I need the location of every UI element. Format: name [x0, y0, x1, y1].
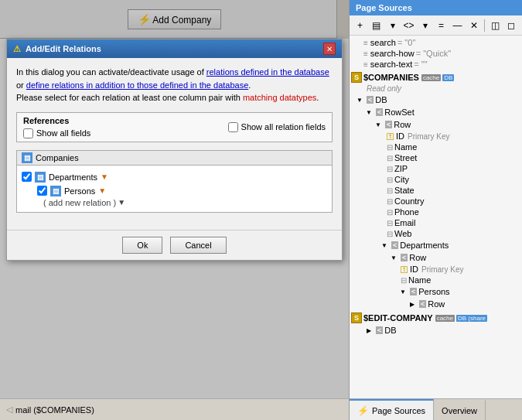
rowset-bracket-icon: < — [376, 108, 383, 116]
tree-item-zip[interactable]: ⊟ ZIP — [350, 163, 522, 174]
persons-funnel-icon: ▼ — [98, 186, 106, 195]
toolbar-separator — [484, 19, 485, 32]
tree-item-edit-company[interactable]: S $EDIT-COMPANY cache DB (share — [350, 312, 522, 324]
tree-item-persons-row[interactable]: < Row — [350, 298, 522, 310]
table-toolbar-btn[interactable]: ▤ — [369, 18, 384, 33]
depts-expander[interactable] — [379, 240, 390, 251]
depts-row-bracket: < — [401, 254, 408, 261]
edit-company-label: $EDIT-COMPANY — [363, 313, 433, 323]
tree-item-state[interactable]: ⊟ State — [350, 185, 522, 196]
tab-page-sources[interactable]: ⚡ Page Sources — [350, 399, 434, 420]
row-expander[interactable] — [373, 119, 384, 130]
ok-button[interactable]: Ok — [122, 237, 162, 254]
layout-toolbar-btn[interactable]: ◻ — [504, 18, 519, 33]
dropdown-toolbar-btn[interactable]: ▾ — [385, 18, 400, 33]
tree-item-depts-id[interactable]: ⚿ ID Primary Key — [350, 264, 522, 275]
search-value: = "0" — [397, 38, 415, 47]
right-panel-title: Page Sources — [356, 3, 412, 12]
tree-item-departments-node[interactable]: < Departments — [350, 239, 522, 251]
dialog-close-button[interactable]: ✕ — [323, 43, 336, 55]
departments-checkbox[interactable] — [22, 172, 32, 182]
persons-expander[interactable] — [397, 286, 408, 297]
tab-overview[interactable]: Overview — [434, 399, 486, 420]
tree-item-street[interactable]: ⊟ Street — [350, 152, 522, 163]
cancel-button[interactable]: Cancel — [170, 237, 226, 254]
tree-item-rowset[interactable]: < RowSet — [350, 106, 522, 118]
show-all-relation-fields-row: Show all relation fields — [228, 122, 326, 132]
cache-badge: cache — [421, 74, 441, 81]
tree-item-search-text[interactable]: ≡ search-text = "" — [350, 59, 522, 70]
country-field-label: Country — [394, 196, 425, 206]
search-how-value: = "Quick" — [416, 49, 451, 58]
tree-item-phone[interactable]: ⊟ Phone — [350, 207, 522, 217]
show-all-relation-fields-checkbox[interactable] — [228, 122, 238, 132]
id-field-label: ID — [396, 131, 404, 141]
state-field-label: State — [394, 186, 415, 195]
dropdown2-toolbar-btn[interactable]: ▾ — [418, 18, 432, 33]
tree-item-depts-name[interactable]: ⊟ Name — [350, 275, 522, 285]
add-toolbar-btn[interactable]: + — [353, 18, 367, 33]
tree-item-persons-node[interactable]: < Persons — [350, 285, 522, 298]
show-all-fields-checkbox[interactable] — [23, 128, 33, 138]
companies-body: ▤ Departments ▼ ▤ Persons ▼ ( add new re… — [17, 166, 332, 212]
delete-toolbar-btn[interactable]: ✕ — [466, 18, 481, 33]
dialog-description: In this dialog you can activate/deactiva… — [16, 66, 333, 104]
tree-item-name[interactable]: ⊟ Name — [350, 142, 522, 152]
equals-toolbar-btn[interactable]: = — [434, 18, 449, 33]
frame-toolbar-btn[interactable]: ◫ — [488, 18, 503, 33]
rowset-expander[interactable] — [363, 107, 374, 118]
equals-icon3: ≡ — [363, 60, 368, 69]
tree-item-country[interactable]: ⊟ Country — [350, 196, 522, 207]
row-label: Row — [394, 120, 411, 129]
field-icon-zip: ⊟ — [387, 165, 393, 173]
db-expander[interactable] — [354, 94, 365, 105]
dialog-title-text: Add/Edit Relations — [26, 44, 101, 53]
tree-item-row[interactable]: < Row — [350, 118, 522, 131]
status-icon: ◁ — [6, 405, 12, 415]
page-sources-tab-label: Page Sources — [372, 406, 425, 415]
name-field-label: Name — [394, 142, 417, 152]
tree-item-db[interactable]: < DB — [350, 94, 522, 106]
persons-row-expander[interactable] — [407, 299, 418, 309]
tree-item-depts-row[interactable]: < Row — [350, 251, 522, 264]
departments-funnel-icon: ▼ — [101, 172, 108, 181]
companies-source-icon: S — [351, 72, 362, 83]
tree-item-email[interactable]: ⊟ Email — [350, 217, 522, 228]
code-toolbar-btn[interactable]: <> — [401, 18, 416, 33]
angle-bracket-icon: < — [367, 96, 374, 104]
persons-row-bracket: < — [419, 300, 426, 308]
persons-checkbox[interactable] — [37, 186, 47, 196]
right-panel-bottom-tabs: ⚡ Page Sources Overview — [350, 398, 522, 420]
tree-item-search[interactable]: ≡ search = "0" — [350, 37, 522, 48]
search-how-label: search-how — [370, 49, 415, 58]
companies-header: ▤ Companies — [17, 151, 332, 166]
dialog-body: In this dialog you can activate/deactiva… — [7, 58, 342, 230]
tree-item-id[interactable]: ⚿ ID Primary Key — [350, 131, 522, 142]
tree-item-web[interactable]: ⊟ Web — [350, 228, 522, 239]
depts-key-icon: ⚿ — [401, 265, 408, 274]
tree-item-companies-root[interactable]: S $COMPANIES cache DB — [350, 71, 522, 84]
field-icon-city: ⊟ — [387, 176, 393, 184]
desc-line1: In this dialog you can activate/deactiva… — [16, 67, 329, 77]
companies-table-icon: ▤ — [22, 152, 32, 163]
desc-line3: Please select for each relation at least… — [16, 93, 319, 102]
persons-bracket: < — [410, 288, 417, 295]
persons-relation-item: ▤ Persons ▼ — [37, 184, 327, 198]
search-text-label: search-text — [370, 60, 412, 69]
tree-item-edit-db[interactable]: < DB — [350, 324, 522, 336]
email-field-label: Email — [394, 218, 416, 227]
edit-db-expander[interactable] — [363, 325, 374, 336]
depts-bracket-icon: < — [391, 241, 398, 249]
tree-item-search-how[interactable]: ≡ search-how = "Quick" — [350, 48, 522, 59]
right-panel-toolbar: + ▤ ▾ <> ▾ = — ✕ ◫ ◻ — [350, 15, 522, 36]
add-relation-link[interactable]: ( add new relation ) ▼ — [43, 198, 327, 207]
edit-db-badge: DB (share — [456, 315, 487, 322]
depts-row-expander[interactable] — [388, 252, 399, 263]
dialog-titlebar: ⚠ Add/Edit Relations ✕ — [7, 39, 342, 58]
field-icon-email: ⊟ — [387, 219, 393, 227]
page-sources-icon: ⚡ — [357, 405, 369, 416]
phone-field-label: Phone — [394, 207, 419, 217]
minus-toolbar-btn[interactable]: — — [450, 18, 465, 33]
depts-name-label: Name — [408, 275, 431, 285]
tree-item-city[interactable]: ⊟ City — [350, 174, 522, 185]
